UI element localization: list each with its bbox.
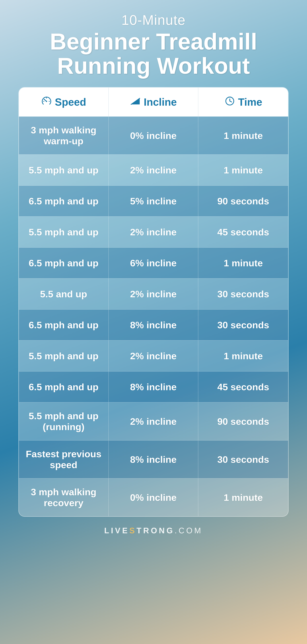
cell-speed: 6.5 mph and up: [19, 248, 109, 278]
cell-speed: 6.5 mph and up: [19, 372, 109, 402]
cell-speed: 6.5 mph and up: [19, 310, 109, 340]
table-row: 6.5 mph and up8% incline45 seconds: [19, 371, 288, 402]
cell-time: 45 seconds: [198, 217, 288, 247]
cell-time: 30 seconds: [198, 278, 288, 309]
cell-speed: Fastest previous speed: [19, 440, 109, 478]
cell-time: 90 seconds: [198, 402, 288, 440]
cell-incline: 0% incline: [109, 117, 198, 154]
cell-incline: 8% incline: [109, 310, 198, 340]
cell-time: 90 seconds: [198, 186, 288, 216]
cell-speed: 6.5 mph and up: [19, 186, 109, 216]
cell-speed: 3 mph walking recovery: [19, 478, 109, 516]
cell-incline: 2% incline: [109, 278, 198, 309]
cell-incline: 2% incline: [109, 155, 198, 186]
header-time: Time: [198, 88, 288, 116]
footer-brand: LIVESTRONG: [104, 526, 175, 535]
cell-time: 1 minute: [198, 117, 288, 154]
table-row: 5.5 mph and up2% incline1 minute: [19, 340, 288, 371]
table-row: 6.5 mph and up5% incline90 seconds: [19, 186, 288, 216]
cell-incline: 2% incline: [109, 340, 198, 371]
cell-incline: 2% incline: [109, 402, 198, 440]
cell-incline: 6% incline: [109, 248, 198, 278]
table-row: 6.5 mph and up8% incline30 seconds: [19, 309, 288, 340]
cell-time: 1 minute: [198, 340, 288, 371]
cell-incline: 2% incline: [109, 217, 198, 247]
svg-point-1: [46, 101, 47, 102]
cell-time: 1 minute: [198, 248, 288, 278]
table-row: 3 mph walking recovery0% incline1 minute: [19, 478, 288, 516]
cell-time: 30 seconds: [198, 310, 288, 340]
title-line2: Beginner TreadmillRunning Workout: [50, 30, 257, 78]
incline-icon: [130, 95, 141, 109]
cell-time: 30 seconds: [198, 440, 288, 478]
cell-incline: 8% incline: [109, 440, 198, 478]
svg-line-9: [230, 101, 232, 102]
header-speed: Speed: [19, 88, 109, 116]
table-row: 5.5 mph and up2% incline45 seconds: [19, 216, 288, 247]
cell-time: 1 minute: [198, 478, 288, 516]
table-row: 3 mph walking warm-up0% incline1 minute: [19, 116, 288, 154]
header-incline: Incline: [109, 88, 198, 116]
cell-speed: 5.5 and up: [19, 278, 109, 309]
cell-speed: 5.5 mph and up: [19, 340, 109, 371]
table-row: 5.5 mph and up2% incline1 minute: [19, 154, 288, 186]
cell-speed: 5.5 mph and up: [19, 155, 109, 186]
table-row: 5.5 mph and up (running)2% incline90 sec…: [19, 402, 288, 440]
table-row: 5.5 and up2% incline30 seconds: [19, 278, 288, 309]
title-section: 10-Minute Beginner TreadmillRunning Work…: [50, 12, 257, 78]
cell-speed: 5.5 mph and up: [19, 217, 109, 247]
cell-incline: 5% incline: [109, 186, 198, 216]
cell-incline: 0% incline: [109, 478, 198, 516]
cell-incline: 8% incline: [109, 372, 198, 402]
clock-icon: [224, 95, 235, 109]
cell-speed: 3 mph walking warm-up: [19, 117, 109, 154]
cell-time: 45 seconds: [198, 372, 288, 402]
title-line1: 10-Minute: [50, 12, 257, 28]
header-time-label: Time: [238, 96, 262, 108]
speedometer-icon: [41, 95, 52, 109]
footer-suffix: .COM: [175, 526, 203, 535]
header-speed-label: Speed: [55, 96, 86, 108]
workout-table: Speed Incline Time 3 mph wa: [19, 87, 288, 517]
table-header: Speed Incline Time: [19, 88, 288, 116]
table-body: 3 mph walking warm-up0% incline1 minute5…: [19, 116, 288, 516]
table-row: 6.5 mph and up6% incline1 minute: [19, 247, 288, 278]
footer: LIVESTRONG.COM: [104, 526, 203, 535]
header-incline-label: Incline: [144, 96, 177, 108]
cell-time: 1 minute: [198, 155, 288, 186]
table-row: Fastest previous speed8% incline30 secon…: [19, 440, 288, 478]
cell-speed: 5.5 mph and up (running): [19, 402, 109, 440]
